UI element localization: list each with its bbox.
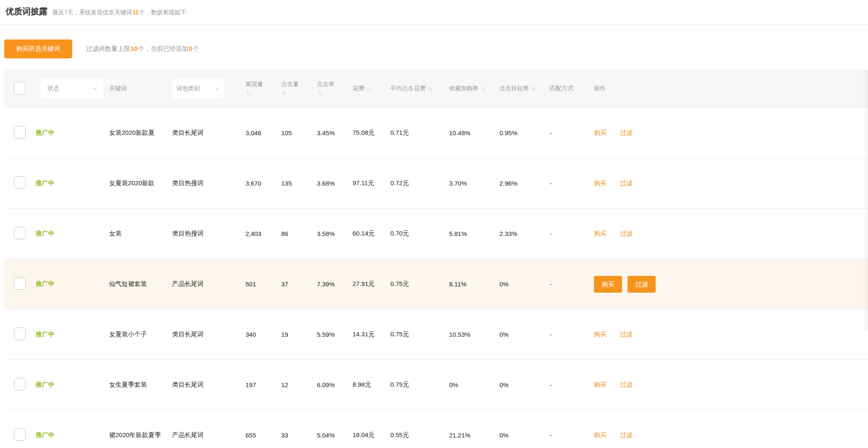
header-cell-word-pack: 词包类别 <box>172 79 246 99</box>
table-header-row: 状态 关键词 词包类别 展现量↑↓ 点击量↑↓ 点击率↑↓ 花费↑ <box>4 69 868 108</box>
cell-checkbox <box>4 277 36 291</box>
cell-impressions: 501 <box>246 280 281 288</box>
buy-button[interactable]: 购买 <box>594 276 622 293</box>
cell-actions: 购买过滤 <box>594 179 663 187</box>
sort-icon[interactable]: ↑↓ <box>317 89 353 97</box>
subtitle-text: 个，数据表现如下: <box>139 9 188 16</box>
cell-avg-cpc: 0.75元 <box>390 280 449 288</box>
cell-checkbox <box>4 327 36 341</box>
cell-fav-cart-rate: 0% <box>449 381 499 388</box>
cell-match-type: - <box>550 129 594 136</box>
cell-fav-cart-rate: 8.11% <box>449 280 499 288</box>
buy-link[interactable]: 购买 <box>594 381 607 389</box>
sort-icon[interactable]: ↑↓ <box>428 85 432 92</box>
cell-match-type: - <box>550 230 594 237</box>
cell-word-pack: 类目热搜词 <box>172 179 246 187</box>
cell-clicks: 86 <box>281 230 317 237</box>
page-title: 优质词披露 <box>5 6 47 17</box>
buy-selected-keywords-button[interactable]: 购买所选关键词 <box>4 39 72 58</box>
filter-link[interactable]: 过滤 <box>620 230 633 238</box>
cell-word-pack: 类目长尾词 <box>172 381 246 389</box>
cell-ctr: 3.68% <box>317 180 353 187</box>
quota-added-count: 0 <box>188 45 193 52</box>
header-cell-avg-cpc: 平均点击花费↑↓ <box>390 85 449 92</box>
cell-keyword: 仙气短裙套装 <box>109 280 172 288</box>
cell-checkbox <box>4 126 36 140</box>
sort-icon[interactable]: ↑↓ <box>366 85 371 92</box>
cell-impressions: 2,403 <box>246 230 281 237</box>
select-all-checkbox[interactable] <box>14 82 26 94</box>
table-row: 推广中 女夏装2020新款 类目热搜词 3,670 135 3.68% 97.1… <box>4 158 868 209</box>
cell-keyword: 女装2020新款夏 <box>109 129 172 137</box>
filter-link[interactable]: 过滤 <box>620 179 633 187</box>
cell-match-type: - <box>550 180 594 187</box>
row-checkbox[interactable] <box>14 277 26 290</box>
filter-link[interactable]: 过滤 <box>620 129 633 137</box>
chevron-down-icon <box>214 86 220 92</box>
cell-clicks: 37 <box>281 280 317 288</box>
keyword-count: 11 <box>132 9 139 16</box>
sort-icon[interactable]: ↑↓ <box>282 89 317 97</box>
cell-clicks: 19 <box>281 331 317 338</box>
status-filter-select[interactable]: 状态 <box>41 79 104 99</box>
impressions-label: 展现量 <box>246 80 281 89</box>
cell-avg-cpc: 0.75元 <box>390 330 449 338</box>
word-pack-filter-label: 词包类别 <box>176 85 200 92</box>
cell-word-pack: 类目热搜词 <box>172 230 246 238</box>
cell-checkbox <box>4 176 36 190</box>
row-checkbox[interactable] <box>14 327 26 340</box>
keywords-table: 状态 关键词 词包类别 展现量↑↓ 点击量↑↓ 点击率↑↓ 花费↑ <box>4 69 868 448</box>
avg-cpc-label: 平均点击花费 <box>390 85 426 92</box>
buy-link[interactable]: 购买 <box>594 179 607 187</box>
header-cell-impressions: 展现量↑↓ <box>246 80 281 97</box>
word-pack-filter-select[interactable]: 词包类别 <box>172 79 223 99</box>
table-row: 推广中 女装 类目热搜词 2,403 86 3.58% 60.14元 0.70元… <box>4 209 868 259</box>
cell-ctr: 5.04% <box>317 432 353 439</box>
cell-ctr: 5.59% <box>317 331 353 338</box>
row-checkbox[interactable] <box>14 176 26 189</box>
row-checkbox[interactable] <box>14 378 26 390</box>
row-checkbox[interactable] <box>14 126 26 139</box>
cell-ctr: 6.09% <box>317 381 353 388</box>
header-cell-fav-cart-rate: 收藏加购率↑↓ <box>449 85 499 92</box>
filter-button[interactable]: 过滤 <box>627 276 656 293</box>
cell-actions: 购买过滤 <box>594 276 663 293</box>
sort-icon[interactable]: ↑↓ <box>531 85 535 92</box>
filter-link[interactable]: 过滤 <box>620 381 633 389</box>
cell-conv-rate: 0% <box>499 331 550 338</box>
cell-clicks: 105 <box>281 129 317 136</box>
cell-impressions: 3,046 <box>246 129 281 136</box>
header-cell-match-type: 匹配方式 <box>550 85 594 92</box>
cell-word-pack: 类目长尾词 <box>172 129 246 137</box>
ctr-label: 点击率 <box>317 80 353 89</box>
sort-icon[interactable]: ↑↓ <box>246 89 281 97</box>
cell-status: 推广中 <box>36 129 109 137</box>
buy-link[interactable]: 购买 <box>594 330 607 338</box>
header-cell-cost: 花费↑↓ <box>353 85 390 92</box>
cell-fav-cart-rate: 10.48% <box>449 129 499 136</box>
table-row: 推广中 女装2020新款夏 类目长尾词 3,046 105 3.45% 75.0… <box>4 108 868 158</box>
status-filter-label: 状态 <box>47 85 59 92</box>
cell-actions: 购买过滤 <box>594 129 663 137</box>
cell-status: 推广中 <box>36 179 109 187</box>
clicks-label: 点击量 <box>281 80 317 89</box>
sort-icon[interactable]: ↑↓ <box>481 85 485 92</box>
buy-link[interactable]: 购买 <box>594 129 607 137</box>
filter-link[interactable]: 过滤 <box>620 330 633 338</box>
cell-ctr: 7.39% <box>317 280 353 288</box>
cell-actions: 购买过滤 <box>594 431 663 439</box>
cell-checkbox <box>4 428 36 442</box>
header-cell-actions: 操作 <box>594 85 663 92</box>
filter-link[interactable]: 过滤 <box>620 431 633 439</box>
buy-link[interactable]: 购买 <box>594 431 607 439</box>
row-checkbox[interactable] <box>14 227 26 239</box>
cell-keyword: 女生夏季套装 <box>109 381 172 389</box>
buy-link[interactable]: 购买 <box>594 230 607 238</box>
cell-status: 推广中 <box>36 431 109 439</box>
toolbar: 购买所选关键词 过滤词数量上限10个，当前已经添加0个 <box>4 39 868 58</box>
row-checkbox[interactable] <box>14 428 26 441</box>
header-cell-clicks: 点击量↑↓ <box>281 80 317 97</box>
table-row: 推广中 裙2020年新款夏季 产品长尾词 655 33 5.04% 18.04元… <box>4 410 868 448</box>
cell-cost: 60.14元 <box>353 230 390 238</box>
cell-conv-rate: 0% <box>499 280 550 288</box>
